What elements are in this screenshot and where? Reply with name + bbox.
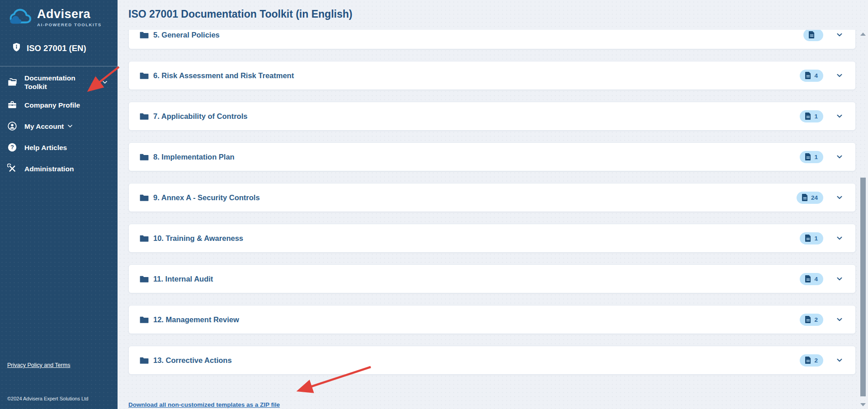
doc-count: 4 xyxy=(814,276,818,282)
doc-count: 2 xyxy=(814,316,818,323)
document-icon xyxy=(805,113,811,120)
doc-count-badge: 1 xyxy=(800,232,823,244)
doc-count: 2 xyxy=(814,357,818,364)
folder-row-label: 11. Internal Audit xyxy=(153,275,213,283)
folder-row[interactable]: 10. Training & Awareness 1 xyxy=(128,224,856,253)
folder-row[interactable]: 12. Management Review 2 xyxy=(128,305,856,334)
chevron-down-icon[interactable] xyxy=(835,275,844,283)
sidebar-nav: Documentation ToolkitCompany ProfileMy A… xyxy=(0,66,118,176)
sidebar-item-label: Documentation Toolkit xyxy=(24,74,93,91)
document-icon xyxy=(805,275,811,282)
folder-row-label: 5. General Policies xyxy=(153,31,220,39)
doc-count-badge: 2 xyxy=(800,354,823,367)
folder-icon xyxy=(140,193,149,202)
privacy-policy-link[interactable]: Privacy Policy and Terms xyxy=(7,362,70,368)
document-icon xyxy=(805,72,811,79)
chevron-down-icon[interactable] xyxy=(835,71,844,80)
user-icon xyxy=(7,121,19,132)
sidebar-item-administration[interactable]: Administration xyxy=(7,161,111,176)
tools-icon xyxy=(7,163,19,174)
folder-icon xyxy=(140,71,149,80)
document-icon xyxy=(802,194,808,201)
sidebar-item-documentation-toolkit[interactable]: Documentation Toolkit xyxy=(7,74,111,91)
product-label: ISO 27001 (EN) xyxy=(27,43,86,53)
logo-name: Advisera xyxy=(37,7,102,21)
folder-icon xyxy=(140,275,149,283)
briefcase-icon xyxy=(7,99,19,110)
svg-text:?: ? xyxy=(10,144,14,150)
sidebar-item-help-articles[interactable]: ?Help Articles xyxy=(7,140,111,155)
chevron-down-icon[interactable] xyxy=(835,153,844,161)
chevron-down-icon[interactable] xyxy=(835,31,844,39)
folder-icon xyxy=(140,112,149,120)
doc-count-badge: 1 xyxy=(800,151,823,163)
folder-row[interactable]: 5. General Policies xyxy=(128,30,856,49)
folder-row[interactable]: 6. Risk Assessment and Risk Treatment 4 xyxy=(128,61,856,90)
doc-count-badge: 24 xyxy=(797,192,823,204)
doc-count: 4 xyxy=(814,72,818,79)
folder-icon xyxy=(140,356,149,364)
app-root: Advisera AI-POWERED TOOLKITS ISO 27001 (… xyxy=(0,0,868,409)
doc-count-badge: 4 xyxy=(800,273,823,285)
doc-count-badge: 4 xyxy=(800,70,823,82)
chevron-down-icon[interactable] xyxy=(835,315,844,324)
folder-row[interactable]: 7. Applicability of Controls 1 xyxy=(128,102,856,131)
sidebar-item-iso-27001[interactable]: ISO 27001 (EN) xyxy=(0,33,118,54)
question-icon: ? xyxy=(7,142,19,153)
logo-tagline: AI-POWERED TOOLKITS xyxy=(37,22,102,27)
chevron-down-icon xyxy=(66,122,74,130)
chevron-down-icon[interactable] xyxy=(835,193,844,202)
folder-row[interactable]: 13. Corrective Actions 2 xyxy=(128,346,856,375)
main-content: ISO 27001 Documentation Toolkit (in Engl… xyxy=(118,0,868,409)
folder-row[interactable]: 8. Implementation Plan 1 xyxy=(128,142,856,171)
document-icon xyxy=(809,31,815,38)
folder-icon xyxy=(140,153,149,161)
document-icon xyxy=(805,235,811,242)
doc-count: 1 xyxy=(814,154,818,160)
doc-count-badge: 1 xyxy=(800,110,823,122)
copyright: ©2024 Advisera Expert Solutions Ltd xyxy=(7,396,88,401)
folder-row-label: 6. Risk Assessment and Risk Treatment xyxy=(153,71,294,80)
sidebar-item-label: My Account xyxy=(24,122,64,131)
folder-row[interactable]: 11. Internal Audit 4 xyxy=(128,264,856,293)
document-icon xyxy=(805,153,811,160)
chevron-down-icon[interactable] xyxy=(835,234,844,242)
folder-row-label: 13. Corrective Actions xyxy=(153,356,232,365)
chevron-down-icon[interactable] xyxy=(835,356,844,364)
doc-count-badge: 2 xyxy=(800,314,823,326)
folder-icon xyxy=(140,234,149,242)
doc-count-badge xyxy=(803,30,823,41)
folder-icon xyxy=(140,315,149,324)
download-zip-link[interactable]: Download all non-customized templates as… xyxy=(128,401,280,408)
folder-list: 5. General Policies 6. Risk Assessment a… xyxy=(118,30,868,409)
scrollbar-thumb[interactable] xyxy=(860,178,866,396)
sidebar-item-label: Administration xyxy=(24,165,74,173)
folder-row-label: 7. Applicability of Controls xyxy=(153,112,247,121)
sidebar-item-label: Company Profile xyxy=(24,101,80,109)
scrollbar-up-arrow[interactable] xyxy=(860,33,866,36)
sidebar-item-my-account[interactable]: My Account xyxy=(7,119,111,133)
folders-icon xyxy=(7,77,19,88)
folder-row-label: 8. Implementation Plan xyxy=(153,153,235,161)
advisera-cloud-icon xyxy=(7,7,33,28)
shield-info-icon xyxy=(12,42,21,54)
scrollbar-down-arrow[interactable] xyxy=(860,403,866,406)
folder-row-label: 12. Management Review xyxy=(153,315,239,324)
doc-count: 24 xyxy=(811,194,818,201)
sidebar-item-label: Help Articles xyxy=(24,143,67,152)
folder-row-label: 10. Training & Awareness xyxy=(153,234,243,243)
doc-count: 1 xyxy=(814,113,818,120)
folder-row[interactable]: 9. Annex A - Security Controls 24 xyxy=(128,183,856,212)
folder-icon xyxy=(140,31,149,39)
document-icon xyxy=(805,316,811,323)
advisera-logo[interactable]: Advisera AI-POWERED TOOLKITS xyxy=(0,0,118,33)
doc-count: 1 xyxy=(814,235,818,242)
sidebar: Advisera AI-POWERED TOOLKITS ISO 27001 (… xyxy=(0,0,118,409)
folder-row-label: 9. Annex A - Security Controls xyxy=(153,193,260,202)
chevron-down-icon[interactable] xyxy=(835,112,844,120)
page-title: ISO 27001 Documentation Toolkit (in Engl… xyxy=(128,8,352,20)
chevron-down-icon xyxy=(101,79,108,86)
sidebar-item-company-profile[interactable]: Company Profile xyxy=(7,98,111,112)
document-icon xyxy=(805,357,811,364)
